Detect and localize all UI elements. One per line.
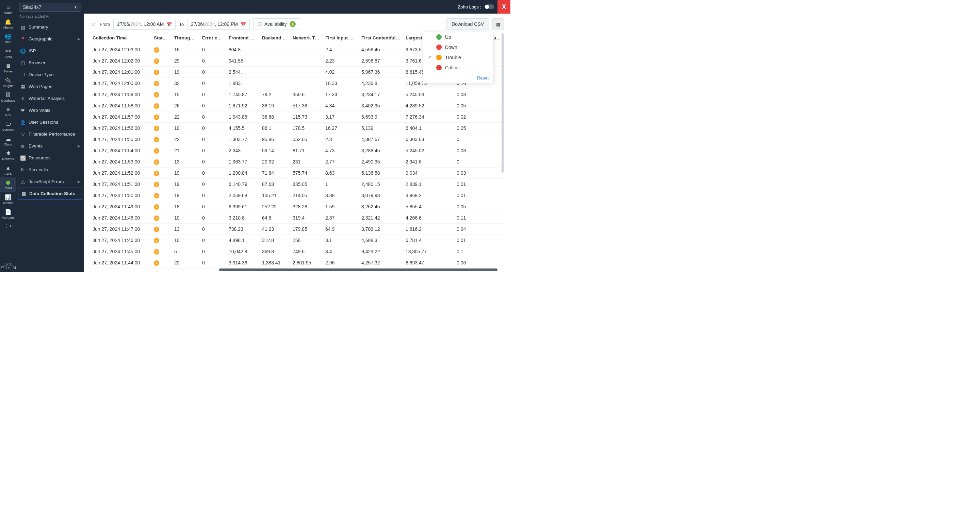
cell: 22	[172, 111, 199, 123]
cell: 0	[199, 44, 226, 55]
nav-javascript-errors[interactable]: ⚠JavaScript Errors▶	[16, 176, 84, 188]
window-icon: ▢	[21, 60, 25, 65]
cell: 36.68	[259, 111, 290, 123]
nav-summary[interactable]: ▤Summary	[16, 21, 84, 33]
cell: 319.4	[290, 212, 323, 224]
site-picker[interactable]: Site24x7 ▼	[19, 3, 81, 11]
bell-icon: 🔔	[5, 19, 11, 25]
rail-cloud[interactable]: ☁Cloud	[0, 133, 16, 148]
warn-icon: ⚠	[21, 179, 25, 184]
columns-button[interactable]: ▦	[492, 18, 504, 30]
rail-database[interactable]: 🗄Database	[0, 90, 16, 104]
col-header[interactable]: First Input Delay	[323, 33, 359, 44]
cell: Jun 27, 2024 11:47:00	[90, 224, 151, 235]
nav-filterable-performance[interactable]: ▽Filterable Performance	[16, 128, 84, 140]
cell: 0.01	[454, 190, 504, 201]
cell: 256	[290, 235, 323, 246]
download-csv-button[interactable]: Download CSV	[447, 18, 489, 30]
dd-trouble[interactable]: ✓!Trouble	[423, 52, 493, 63]
dd-down[interactable]: ↓Down	[423, 42, 493, 52]
cell: !	[151, 190, 172, 201]
availability-filter[interactable]: Availability 1 ↑Up↓Down✓!Trouble!Critica…	[253, 18, 300, 30]
tag-icon[interactable]: ⎘	[46, 14, 49, 18]
cell: Jun 27, 2024 11:54:00	[90, 145, 151, 156]
cell: 0.05	[454, 201, 504, 212]
trouble-status-icon: !	[154, 193, 159, 198]
cell: 0	[199, 55, 226, 67]
col-header[interactable]: Frontend Time	[226, 33, 259, 44]
dd-reset[interactable]: Reset	[423, 73, 493, 83]
columns-icon: ▦	[496, 21, 501, 27]
zoho-logs-toggle[interactable]	[485, 5, 494, 9]
vertical-scrollbar[interactable]	[501, 33, 504, 173]
rail-apm[interactable]: 👓APM	[0, 46, 16, 60]
col-header[interactable]: Network Time	[290, 33, 323, 44]
down-status-icon: ↓	[436, 44, 442, 50]
rail-network[interactable]: ✱Network	[0, 148, 16, 163]
nav-events[interactable]: ≣Events▶	[16, 140, 84, 152]
cell: !	[151, 100, 172, 111]
rail-[interactable]: 🖵	[0, 221, 16, 232]
cell: 178.5	[290, 123, 323, 134]
nav-web-pages[interactable]: ▦Web Pages	[16, 81, 84, 92]
tags-text: No Tags added	[20, 14, 45, 18]
rail-web[interactable]: 🌐Web	[0, 31, 16, 46]
col-header[interactable]: Status	[151, 33, 172, 44]
cell: 3,079.93	[359, 190, 403, 201]
col-header[interactable]: First Contentful Paint	[359, 33, 403, 44]
to-date-input[interactable]: 27/06/2024, 12:09 PM 📅	[187, 19, 250, 30]
cell: !	[151, 78, 172, 89]
nav-user-sessions[interactable]: 👤User Sessions	[16, 116, 84, 128]
filter-icon[interactable]: ▽	[90, 21, 96, 27]
nav-browser[interactable]: ▢Browser	[16, 57, 84, 69]
nav-device-type[interactable]: 🖵Device Type	[16, 69, 84, 81]
dd-critical[interactable]: !Critical	[423, 63, 493, 73]
col-header[interactable]: Throughput	[172, 33, 199, 44]
rail-metrics[interactable]: 📊Metrics	[0, 192, 16, 207]
plug-icon: 🔌	[5, 77, 11, 83]
cell: Jun 27, 2024 11:59:00	[90, 89, 151, 100]
nav-isp[interactable]: 🌐ISP	[16, 45, 84, 57]
col-header[interactable]: Error count	[199, 33, 226, 44]
rail-alarms[interactable]: 🔔Alarms	[0, 17, 16, 31]
horizontal-scrollbar[interactable]	[219, 268, 498, 271]
nav-ajax-calls[interactable]: ↻Ajax calls	[16, 164, 84, 176]
rail-vmware[interactable]: 🖵VMware	[0, 119, 16, 133]
nav-geographic[interactable]: 📍Geographic▶	[16, 33, 84, 45]
aws-icon: ▲	[5, 165, 11, 171]
nav-waterfall-analysis[interactable]: ⫿Waterfall Analysis	[16, 92, 84, 104]
dd-up[interactable]: ↑Up	[423, 32, 493, 42]
cell: 6,140.79	[226, 179, 259, 190]
trouble-status-icon: !	[154, 47, 159, 53]
rail-k8s[interactable]: ⎈K8s	[0, 104, 16, 119]
cell: 4,608.3	[359, 235, 403, 246]
table-row: Jun 27, 2024 11:46:00!1004,898.1312.8256…	[90, 235, 504, 246]
cell: 9,034	[403, 168, 454, 179]
rail-aws[interactable]: ▲AWS	[0, 163, 16, 178]
rail-server[interactable]: ≣Server	[0, 60, 16, 75]
cell: 4.34	[323, 100, 359, 111]
col-header[interactable]: Backend Time	[259, 33, 290, 44]
cell: !	[151, 201, 172, 212]
rum-icon: ⬢	[5, 179, 11, 185]
cell: 1.59	[323, 201, 359, 212]
trouble-status-icon: !	[154, 204, 159, 210]
rail-rum[interactable]: ⬢RUM	[0, 178, 16, 192]
cell: !	[151, 235, 172, 246]
nav-data-collection-stats[interactable]: ▦Data Collection Stats	[18, 188, 82, 200]
cell: 19	[172, 179, 199, 190]
nav-resources[interactable]: 📈Resources	[16, 152, 84, 164]
from-date-input[interactable]: 27/06/2024, 12:00 AM 📅	[113, 19, 176, 30]
rail-home[interactable]: ⌂Home	[0, 2, 16, 17]
cell: 115.73	[290, 111, 323, 123]
screen-icon: 🖵	[5, 121, 11, 127]
cell: 0.03	[454, 145, 504, 156]
chevron-right-icon: ▶	[78, 37, 80, 41]
rail-applogs[interactable]: 📄AppLogs	[0, 207, 16, 221]
cell: 64.9	[323, 224, 359, 235]
close-button[interactable]: X	[498, 0, 511, 14]
col-header[interactable]: Collection Time	[90, 33, 151, 44]
rail-plugins[interactable]: 🔌Plugins	[0, 75, 16, 90]
nav-web-vitals[interactable]: ❤Web Vitals	[16, 104, 84, 116]
cell: 1,388.41	[259, 257, 290, 268]
